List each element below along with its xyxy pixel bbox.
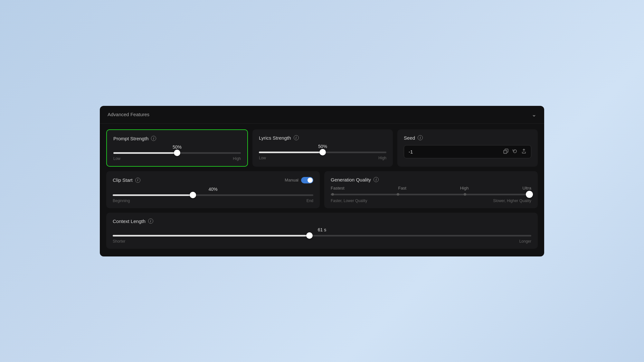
prompt-strength-label: Prompt Strength i (113, 136, 241, 141)
prompt-strength-slider[interactable] (113, 152, 241, 154)
clip-start-thumb[interactable] (190, 192, 196, 198)
quality-slider[interactable] (331, 194, 531, 195)
lyrics-strength-range-labels: Low High (259, 156, 386, 160)
generation-quality-card: Generation Quality i Fastest Fast High U… (324, 171, 538, 208)
clip-start-slider[interactable] (113, 194, 313, 196)
lyrics-strength-info-icon[interactable]: i (294, 135, 299, 140)
prompt-strength-value: 50% (113, 144, 241, 150)
context-length-info-icon[interactable]: i (148, 218, 153, 224)
quality-level-fast: Fast (398, 186, 406, 190)
seed-label: Seed i (404, 135, 531, 141)
quality-level-ultra: Ultra (523, 186, 531, 190)
reset-icon[interactable] (512, 149, 517, 155)
prompt-strength-card: Prompt Strength i 50% Low High (106, 129, 248, 167)
lyrics-strength-value: 50% (259, 144, 386, 149)
seed-action-icons (503, 149, 526, 155)
generation-quality-label: Generation Quality i (331, 177, 531, 182)
context-length-slider[interactable] (113, 235, 531, 237)
quality-dot-1 (331, 193, 334, 196)
collapse-icon[interactable]: ⌄ (532, 111, 536, 118)
context-length-thumb[interactable] (306, 232, 313, 239)
lyrics-strength-slider[interactable] (259, 152, 386, 153)
prompt-strength-fill (113, 152, 177, 154)
quality-dot-3 (464, 193, 466, 196)
clip-start-header: Clip Start i Manual (113, 177, 313, 183)
lyrics-strength-card: Lyrics Strength i 50% Low High (252, 129, 393, 167)
clip-start-value: 40% (113, 187, 313, 192)
manual-toggle: Manual (285, 177, 313, 183)
clip-start-range-labels: Beginning End (113, 199, 313, 203)
quality-level-fastest: Fastest (331, 186, 345, 190)
quality-dot-2 (397, 193, 399, 196)
panel-body: Prompt Strength i 50% Low High (100, 124, 544, 256)
share-icon[interactable] (521, 149, 526, 155)
lyrics-strength-thumb[interactable] (319, 149, 326, 155)
quality-range-labels: Faster, Lower Quality Slower, Higher Qua… (331, 199, 531, 203)
panel-title: Advanced Features (108, 112, 149, 117)
svg-rect-1 (504, 150, 507, 153)
prompt-strength-thumb[interactable] (174, 150, 180, 156)
seed-info-icon[interactable]: i (418, 135, 423, 140)
lyrics-strength-fill (259, 152, 323, 153)
generation-quality-info-icon[interactable]: i (374, 177, 379, 182)
clip-start-info-icon[interactable]: i (135, 178, 140, 183)
context-length-label: Context Length i (113, 218, 531, 224)
clip-start-label: Clip Start i (113, 177, 140, 183)
toggle-knob (308, 178, 313, 183)
context-length-fill (113, 235, 309, 237)
quality-thumb[interactable] (526, 191, 533, 198)
panel-header: Advanced Features ⌄ (100, 106, 544, 124)
top-row: Prompt Strength i 50% Low High (106, 129, 538, 167)
advanced-features-panel: Advanced Features ⌄ Prompt Strength i 50… (100, 106, 544, 256)
middle-row: Clip Start i Manual 40% (106, 171, 538, 208)
clip-start-card: Clip Start i Manual 40% (106, 171, 320, 208)
quality-level-high: High (460, 186, 469, 190)
clip-start-fill (113, 194, 193, 196)
manual-toggle-switch[interactable] (301, 177, 313, 183)
prompt-strength-info-icon[interactable]: i (151, 136, 156, 141)
copy-icon[interactable] (503, 149, 508, 155)
context-length-value: 61 s (113, 227, 531, 232)
context-length-range-labels: Shorter Longer (113, 239, 531, 244)
quality-levels: Fastest Fast High Ultra (331, 186, 531, 190)
context-length-card: Context Length i 61 s Shorter Longer (106, 213, 538, 249)
seed-value: -1 (409, 149, 503, 154)
seed-card: Seed i -1 (397, 129, 538, 167)
prompt-strength-range-labels: Low High (113, 156, 241, 161)
lyrics-strength-label: Lyrics Strength i (259, 135, 386, 141)
seed-input-row: -1 (404, 145, 531, 158)
